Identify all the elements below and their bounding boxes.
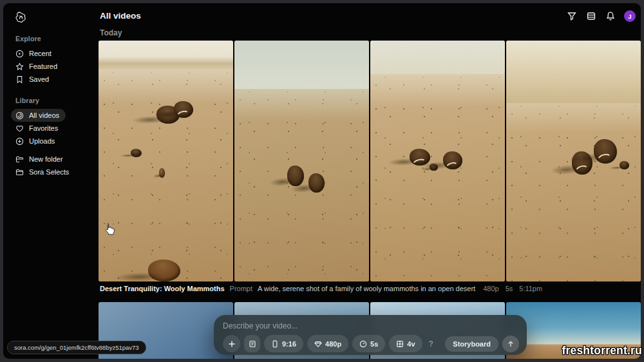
phone-icon xyxy=(271,340,279,348)
sidebar-item-favorites[interactable]: Favorites xyxy=(15,122,64,135)
sidebar: Explore Recent Featured Saved Library Al… xyxy=(3,3,99,359)
sidebar-item-label: Featured xyxy=(29,62,57,70)
bookmark-icon xyxy=(15,75,24,84)
rows-icon xyxy=(586,11,596,21)
view-options-button[interactable] xyxy=(585,10,597,22)
prompt-label: Prompt xyxy=(230,285,252,292)
desert-sky xyxy=(99,41,233,70)
folder-icon xyxy=(15,168,24,176)
resolution-chip[interactable]: 480p xyxy=(307,335,348,352)
date-group-label: Today xyxy=(100,28,122,37)
sidebar-item-label: All videos xyxy=(29,111,59,119)
video-thumbnail-1[interactable] xyxy=(99,41,233,281)
variations-value: 4v xyxy=(407,340,415,348)
section-label: Library xyxy=(15,97,99,104)
aspect-ratio-chip[interactable]: 9:16 xyxy=(264,335,303,352)
grid-2x2-icon xyxy=(396,340,404,348)
heart-icon xyxy=(15,124,24,133)
video-thumbnail-4[interactable] xyxy=(506,41,641,281)
desert-ground xyxy=(370,74,505,281)
storyboard-button[interactable]: Storyboard xyxy=(445,336,498,352)
status-link-preview: sora.com/g/gen_01jemfk2cff6tv88byz51pav7… xyxy=(7,341,146,354)
sidebar-item-label: Saved xyxy=(29,75,49,83)
sidebar-item-label: Favorites xyxy=(29,124,58,132)
aspect-ratio-value: 9:16 xyxy=(282,340,296,348)
video-resolution: 480p xyxy=(483,285,498,292)
header-actions: J xyxy=(566,10,636,22)
video-time: 5:11pm xyxy=(519,285,542,292)
preset-card-icon xyxy=(249,340,256,348)
sidebar-item-sora-selects[interactable]: Sora Selects xyxy=(15,166,75,178)
arrow-up-icon xyxy=(507,340,515,348)
funnel-icon xyxy=(567,11,577,21)
gem-icon xyxy=(314,340,322,348)
desert-sky xyxy=(370,41,505,74)
prompt-input[interactable] xyxy=(223,321,430,330)
video-grid-today xyxy=(99,41,641,281)
mammoth xyxy=(148,260,180,281)
prompt-composer: 9:16 480p 5s 4v ? Storyboard xyxy=(214,315,527,355)
mammoth xyxy=(287,166,304,186)
video-thumbnail-2[interactable] xyxy=(234,41,369,281)
video-meta: 480p 5s 5:11pm xyxy=(483,285,542,292)
plus-circle-icon xyxy=(15,137,24,146)
mammoth xyxy=(308,173,325,193)
plus-icon xyxy=(228,340,236,348)
storyboard-label: Storyboard xyxy=(453,340,491,348)
sidebar-item-saved[interactable]: Saved xyxy=(15,73,55,86)
sidebar-folders: New folder Sora Selects xyxy=(15,153,99,178)
add-media-button[interactable] xyxy=(223,335,240,352)
mammoth xyxy=(443,151,462,169)
sidebar-item-all-videos[interactable]: All videos xyxy=(11,109,66,122)
desert-dunes xyxy=(506,41,641,103)
preset-button[interactable] xyxy=(244,335,260,352)
duration-value: 5s xyxy=(370,340,378,348)
sidebar-item-uploads[interactable]: Uploads xyxy=(15,135,61,148)
video-thumbnail-3[interactable] xyxy=(370,41,505,281)
sidebar-item-new-folder[interactable]: New folder xyxy=(15,153,69,166)
clock-icon xyxy=(359,340,367,348)
mammoth-calf xyxy=(620,161,629,169)
mammoth xyxy=(174,101,193,118)
video-caption-row: Desert Tranquility: Wooly Mammoths Promp… xyxy=(100,285,641,292)
sidebar-item-label: New folder xyxy=(29,155,63,163)
desert-ground xyxy=(506,103,641,281)
duration-chip[interactable]: 5s xyxy=(352,335,385,352)
notifications-button[interactable] xyxy=(605,10,616,22)
page-title: All videos xyxy=(100,11,141,21)
video-title[interactable]: Desert Tranquility: Wooly Mammoths xyxy=(100,285,225,292)
desert-sky xyxy=(234,41,369,89)
sidebar-section-explore: Explore Recent Featured Saved xyxy=(15,35,99,86)
sora-app-window: Explore Recent Featured Saved Library Al… xyxy=(3,3,641,359)
desert-ground xyxy=(99,70,233,281)
openai-logo-icon[interactable] xyxy=(15,12,26,23)
section-label: Explore xyxy=(15,35,99,43)
avatar-initial: J xyxy=(628,13,631,20)
mammoth xyxy=(594,139,617,164)
star-icon xyxy=(15,62,24,71)
composer-controls: 9:16 480p 5s 4v ? Storyboard xyxy=(223,335,519,352)
sidebar-item-label: Uploads xyxy=(29,137,55,145)
sidebar-item-featured[interactable]: Featured xyxy=(15,60,63,73)
filter-button[interactable] xyxy=(566,10,578,22)
play-circle-icon xyxy=(15,50,24,58)
film-reel-icon xyxy=(15,111,24,120)
folder-plus-icon xyxy=(15,155,24,164)
video-duration: 5s xyxy=(506,285,513,292)
resolution-value: 480p xyxy=(325,340,341,348)
prompt-text[interactable]: A wide, serene shot of a family of wooly… xyxy=(258,285,475,292)
sidebar-section-library: Library All videos Favorites Uploads New… xyxy=(15,97,99,178)
help-button[interactable]: ? xyxy=(429,339,433,348)
submit-button[interactable] xyxy=(502,336,519,352)
sidebar-item-label: Recent xyxy=(29,50,52,57)
bell-icon xyxy=(605,11,616,21)
watermark: freshtorrent.ru xyxy=(562,344,642,357)
user-avatar[interactable]: J xyxy=(624,10,636,22)
sidebar-item-recent[interactable]: Recent xyxy=(15,47,57,60)
variations-chip[interactable]: 4v xyxy=(389,335,422,352)
sidebar-item-label: Sora Selects xyxy=(29,168,69,176)
